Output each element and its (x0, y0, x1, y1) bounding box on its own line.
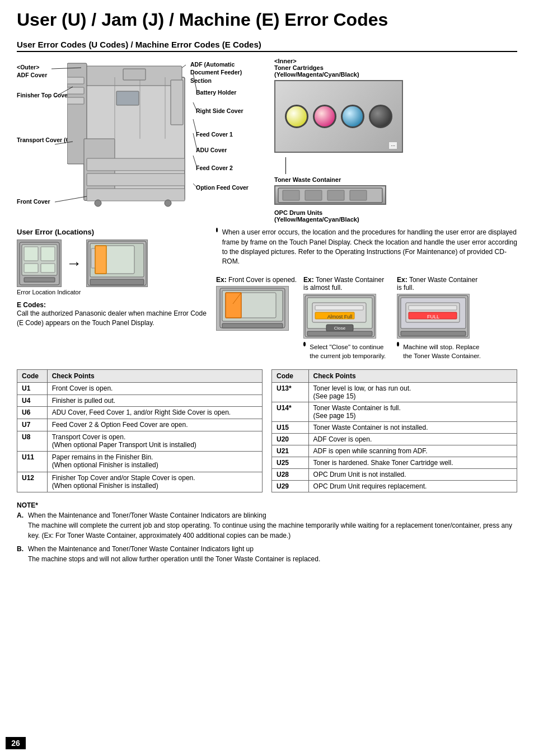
location-indicator-row: → (17, 240, 207, 287)
note-item: A.When the Maintenance and Toner/Toner W… (17, 510, 517, 541)
adu-cover-label: ADU Cover (196, 146, 257, 154)
ex2-svg: Almost Full Close (304, 294, 376, 338)
lower-info-area: User Error (Locations) → (17, 228, 517, 360)
right-side-cover-label: Right Side Cover (196, 107, 257, 115)
toner-row (279, 99, 398, 134)
location-img-1 (17, 240, 62, 287)
page-container: User (U) / Jam (J) / Machine (E) Error C… (0, 0, 534, 756)
table-row: U28OPC Drum Unit is not installed. (272, 468, 517, 480)
adf-cover-label: ADF Cover (17, 71, 47, 79)
code-cell: U29 (272, 480, 309, 492)
code-cell: U21 (272, 445, 309, 457)
code-cell: U11 (17, 452, 48, 472)
ex3-bullet (397, 342, 399, 346)
table-row: U13*Toner level is low, or has run out. … (272, 382, 517, 402)
code-cell: U28 (272, 468, 309, 480)
inner-label: <Inner> (274, 58, 517, 64)
machine-diagram-area: <Outer> ADF Cover Finisher Top Cover (Op… (17, 58, 257, 226)
inner-machine-box: ··· (274, 80, 403, 153)
code-cell: U6 (17, 407, 48, 419)
note-text: When the Maintenance and Toner/Toner Was… (28, 510, 517, 541)
table-row: U20ADF Cover is open. (272, 433, 517, 445)
waste-container-visual (274, 185, 386, 205)
svg-point-16 (95, 200, 101, 206)
ex2-label: Ex: Toner Waste Container is almost full… (303, 276, 390, 292)
svg-rect-68 (401, 331, 466, 336)
arrow-right: → (66, 255, 82, 273)
code-cell: U8 (17, 431, 48, 452)
svg-rect-61 (307, 331, 372, 336)
toner-cyan (341, 105, 364, 128)
note-item: B.When the Maintenance and Toner/Toner W… (17, 544, 517, 564)
ex1-svg (219, 287, 286, 329)
svg-rect-7 (87, 158, 185, 171)
location-screen-2 (87, 240, 147, 287)
note-title: NOTE* (17, 500, 517, 510)
example-1: Ex: Front Cover is opened. (216, 276, 297, 331)
svg-text:FULL: FULL (427, 314, 439, 320)
ex3-label: Ex: Toner Waste Container is full. (397, 276, 484, 292)
table-row: U15Toner Waste Container is not installe… (272, 421, 517, 433)
check-points-cell: ADF Cover is open. (308, 433, 517, 445)
user-error-title: User Error (Locations) (17, 228, 207, 236)
ex2-img: Almost Full Close (303, 294, 376, 339)
table-row: U12Finisher Top Cover and/or Staple Cove… (17, 472, 263, 492)
info-text: When a user error occurs, the location a… (222, 228, 517, 267)
svg-text:Close: Close (334, 326, 346, 331)
note-letter: B. (17, 544, 25, 564)
left-panel: <Outer> ADF Cover Finisher Top Cover (Op… (17, 58, 257, 226)
ex3-caption-area: Machine will stop. Replace the Toner Was… (397, 340, 484, 360)
svg-rect-32 (327, 190, 344, 200)
svg-rect-39 (41, 264, 55, 273)
check-points-cell: OPC Drum Unit requires replacement. (308, 480, 517, 492)
toner-black (369, 105, 392, 128)
toner-cartridges-label: Toner Cartridges (274, 64, 517, 71)
svg-rect-10 (171, 80, 183, 125)
table-row: U25Toner is hardened. Shake Toner Cartri… (272, 457, 517, 468)
toner-magenta (313, 105, 336, 128)
waste-pointer-area (274, 157, 517, 174)
info-examples-panel: When a user error occurs, the location a… (216, 228, 517, 360)
check-points-cell: Toner Waste Container is not installed. (308, 421, 517, 433)
svg-rect-33 (350, 190, 367, 200)
svg-point-17 (165, 200, 171, 206)
option-feed-cover-label: Option Feed Cover (196, 184, 257, 191)
check-points-cell: Toner Waste Container is full. (See page… (308, 402, 517, 421)
feed-cover1-label: Feed Cover 1 (196, 130, 257, 138)
ex2-caption-area: Select "Close" to continue the current j… (303, 340, 390, 360)
check-points-cell: Finisher Top Cover and/or Staple Cover i… (47, 472, 262, 492)
code-cell: U25 (272, 457, 309, 468)
code-cell: U4 (17, 395, 48, 407)
svg-rect-36 (24, 247, 38, 261)
check-points-cell: Front Cover is open. (47, 382, 262, 395)
e-codes-section: E Codes: Call the authorized Panasonic d… (17, 301, 207, 328)
note-items: A.When the Maintenance and Toner/Toner W… (17, 510, 517, 564)
note-section: NOTE* A.When the Maintenance and Toner/T… (17, 500, 517, 564)
svg-rect-15 (116, 91, 139, 105)
svg-rect-52 (222, 323, 283, 328)
svg-rect-50 (226, 293, 241, 318)
e-codes-title: E Codes: (17, 301, 207, 309)
toner-cartridges-sub-label: (Yellow/Magenta/Cyan/Black) (274, 71, 517, 78)
feed-cover2-label: Feed Cover 2 (196, 164, 257, 172)
indicator-label: Error Location Indicator (17, 289, 207, 295)
location-screen-1 (18, 241, 60, 286)
table-row: U29OPC Drum Unit requires replacement. (272, 480, 517, 492)
svg-rect-38 (24, 264, 38, 273)
error-locations-panel: User Error (Locations) → (17, 228, 207, 360)
note-letter: A. (17, 510, 25, 541)
page-title: User (U) / Jam (J) / Machine (E) Error C… (17, 10, 517, 30)
ex2-caption: Select "Close" to continue the current j… (310, 342, 390, 360)
svg-rect-56 (315, 306, 363, 310)
code-cell: U15 (272, 421, 309, 433)
svg-rect-30 (283, 190, 299, 200)
waste-pointer-line (285, 157, 286, 174)
ex3-img: FULL (397, 294, 470, 339)
check-points-cell: Toner level is low, or has run out. (See… (308, 382, 517, 402)
table-row: U11Paper remains in the Finisher Bin. (W… (17, 452, 263, 472)
opc-drum-label: OPC Drum Units (274, 209, 517, 216)
adf-section-label: ADF (Automatic Document Feeder) Section (190, 60, 257, 84)
ex1-label: Ex: Front Cover is opened. (216, 276, 297, 284)
right-table-header-check: Check Points (308, 369, 517, 382)
table-row: U7Feed Cover 2 & Option Feed Cover are o… (17, 419, 263, 431)
